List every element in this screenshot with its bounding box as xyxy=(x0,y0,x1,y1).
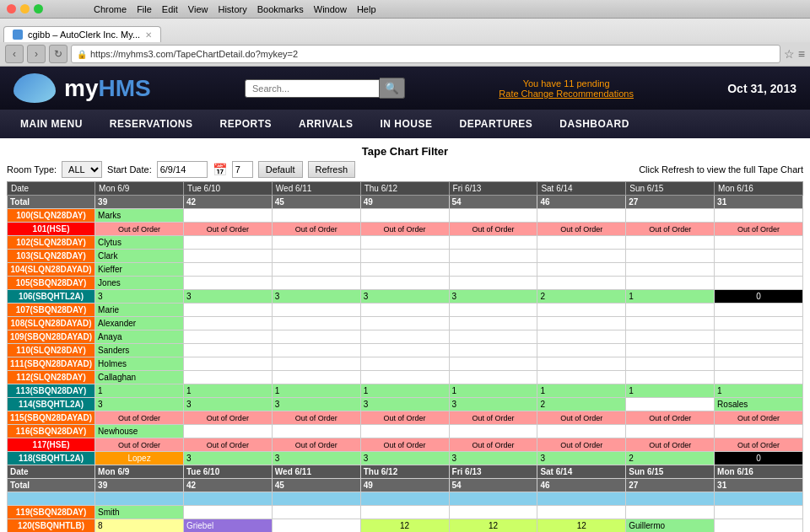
room-label[interactable]: 112(SLQN28DAY) xyxy=(8,371,95,384)
search-button[interactable]: 🔍 xyxy=(380,78,405,99)
cell-value[interactable]: Out of Order xyxy=(449,223,537,236)
cell-value[interactable]: Smith xyxy=(95,506,184,519)
room-label[interactable]: 117(HSE) xyxy=(8,438,95,452)
cell-value[interactable]: 1 xyxy=(360,384,449,398)
cell-value[interactable]: 3 xyxy=(537,452,626,465)
room-label[interactable]: 105(SBQN28DAY) xyxy=(8,277,95,290)
cell-value[interactable]: Marks xyxy=(95,209,184,223)
mac-menu-view[interactable]: View xyxy=(188,4,208,14)
bookmark-icon[interactable]: ☆ xyxy=(784,47,795,61)
mac-menu-bookmarks[interactable]: Bookmarks xyxy=(257,4,304,14)
cell-value[interactable]: Lopez xyxy=(95,452,184,465)
room-label[interactable]: 109(SBQN28DAYAD) xyxy=(8,330,95,344)
mac-menu-help[interactable]: Help xyxy=(357,4,376,14)
refresh-button[interactable]: Refresh xyxy=(308,161,356,178)
cell-value[interactable]: 3 xyxy=(272,290,360,304)
forward-button[interactable]: › xyxy=(27,45,46,63)
notification-link[interactable]: Rate Change Recommendations xyxy=(499,89,634,99)
cell-value[interactable]: 2 xyxy=(537,290,626,304)
cell-value[interactable]: 0 xyxy=(715,452,803,465)
settings-icon[interactable]: ≡ xyxy=(798,47,805,61)
room-label[interactable]: 104(SLQN28DAYAD) xyxy=(8,263,95,277)
mac-menu-edit[interactable]: Edit xyxy=(162,4,178,14)
cell-value[interactable]: 3 xyxy=(360,290,449,304)
cell-value[interactable]: Out of Order xyxy=(183,438,272,452)
tab-close-icon[interactable]: ✕ xyxy=(145,30,152,40)
search-input[interactable] xyxy=(245,79,380,98)
cell-value[interactable]: Out of Order xyxy=(537,223,626,236)
cell-value[interactable]: Rosales xyxy=(715,398,803,411)
cell-value[interactable]: 12 xyxy=(449,519,537,533)
room-label[interactable]: 110(SLQN28DAY) xyxy=(8,344,95,357)
default-button[interactable]: Default xyxy=(258,161,303,178)
cell-value[interactable]: 3 xyxy=(449,398,537,411)
cell-value[interactable]: Out of Order xyxy=(95,223,184,236)
cell-value[interactable]: 3 xyxy=(95,398,184,411)
cell-value[interactable]: 0 xyxy=(715,290,803,304)
mac-menu-window[interactable]: Window xyxy=(314,4,347,14)
days-input[interactable] xyxy=(232,161,253,178)
calendar-icon[interactable]: 📅 xyxy=(213,163,227,176)
room-label[interactable]: 103(SLQN28DAY) xyxy=(8,250,95,263)
mac-menu-history[interactable]: History xyxy=(218,4,246,14)
cell-value[interactable]: Anaya xyxy=(95,330,184,344)
nav-main-menu[interactable]: Main Menu xyxy=(7,110,96,138)
nav-reports[interactable]: Reports xyxy=(207,110,286,138)
mac-menu-file[interactable]: File xyxy=(137,4,152,14)
cell-value[interactable]: 3 xyxy=(183,398,272,411)
cell-value[interactable]: Newhouse xyxy=(95,425,184,438)
cell-value[interactable]: 1 xyxy=(537,384,626,398)
cell-value[interactable]: Kieffer xyxy=(95,263,184,277)
cell-value[interactable]: Callaghan xyxy=(95,371,184,384)
room-label[interactable]: 113(SBQN28DAY) xyxy=(8,384,95,398)
cell-value[interactable]: 3 xyxy=(449,452,537,465)
cell-value[interactable]: Out of Order xyxy=(626,411,715,425)
start-date-input[interactable] xyxy=(157,161,208,178)
room-label[interactable]: 101(HSE) xyxy=(8,223,95,236)
cell-value[interactable]: 1 xyxy=(626,384,715,398)
address-bar[interactable]: 🔒 https://myhms3.com/TapeChartDetail.do?… xyxy=(71,45,780,63)
cell-value[interactable]: Out of Order xyxy=(183,223,272,236)
cell-value[interactable]: Out of Order xyxy=(183,411,272,425)
cell-value[interactable]: Out of Order xyxy=(95,438,184,452)
nav-in-house[interactable]: In House xyxy=(366,110,446,138)
cell-value[interactable]: Jones xyxy=(95,277,184,290)
back-button[interactable]: ‹ xyxy=(5,45,24,63)
room-label[interactable]: 111(SBQN28DAYAD) xyxy=(8,357,95,371)
cell-value[interactable]: 3 xyxy=(360,452,449,465)
room-type-select[interactable]: ALL xyxy=(62,161,102,178)
cell-value[interactable]: Out of Order xyxy=(537,438,626,452)
cell-value[interactable]: Out of Order xyxy=(95,411,184,425)
cell-value[interactable]: 1 xyxy=(95,384,184,398)
cell-value[interactable]: 1 xyxy=(626,290,715,304)
cell-value[interactable]: Clytus xyxy=(95,236,184,250)
cell-value[interactable]: 3 xyxy=(95,290,184,304)
cell-value[interactable]: Alexander xyxy=(95,317,184,330)
mac-menu-chrome[interactable]: Chrome xyxy=(94,4,127,14)
close-button[interactable] xyxy=(7,4,16,13)
room-label[interactable]: 100(SLQN28DAY) xyxy=(8,209,95,223)
cell-value[interactable]: Out of Order xyxy=(449,411,537,425)
cell-value[interactable]: Marie xyxy=(95,304,184,317)
cell-value[interactable]: 3 xyxy=(183,290,272,304)
cell-value[interactable]: Holmes xyxy=(95,357,184,371)
cell-value[interactable]: Out of Order xyxy=(715,411,803,425)
minimize-button[interactable] xyxy=(20,4,30,13)
maximize-button[interactable] xyxy=(34,4,43,13)
cell-value[interactable]: 3 xyxy=(449,290,537,304)
room-label[interactable]: 115(SBQN28DAYAD) xyxy=(8,411,95,425)
room-label[interactable]: 116(SBQN28DAY) xyxy=(8,425,95,438)
cell-value[interactable]: Out of Order xyxy=(360,438,449,452)
cell-value[interactable]: 3 xyxy=(272,452,360,465)
cell-value[interactable]: 8 xyxy=(95,519,184,533)
cell-value[interactable]: 1 xyxy=(183,384,272,398)
cell-value[interactable]: Out of Order xyxy=(272,438,360,452)
room-label[interactable]: 107(SBQN28DAY) xyxy=(8,304,95,317)
nav-departures[interactable]: Departures xyxy=(446,110,547,138)
nav-arrivals[interactable]: Arrivals xyxy=(285,110,366,138)
cell-value[interactable]: Griebel xyxy=(183,519,272,533)
room-label[interactable]: 106(SBQHTL2A) xyxy=(8,290,95,304)
cell-value[interactable]: Out of Order xyxy=(360,411,449,425)
cell-value[interactable]: Out of Order xyxy=(626,438,715,452)
room-label[interactable]: 114(SBQHTL2A) xyxy=(8,398,95,411)
